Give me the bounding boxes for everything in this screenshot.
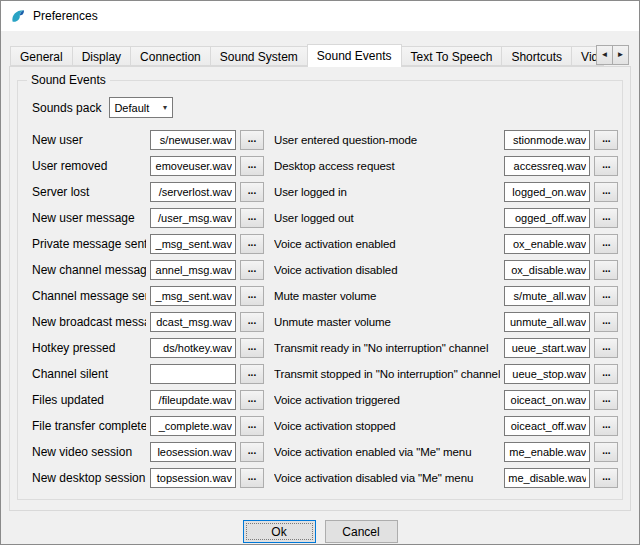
sound-file-input[interactable]: [150, 234, 236, 254]
tab-connection[interactable]: Connection: [130, 46, 211, 66]
browse-button[interactable]: ...: [594, 156, 618, 176]
sound-event-label: Mute master volume: [274, 290, 500, 302]
sound-file-input[interactable]: [150, 442, 236, 462]
sound-file-input[interactable]: [150, 130, 236, 150]
sound-event-row: User entered question-mode ...: [274, 127, 618, 153]
sound-file-input[interactable]: [150, 390, 236, 410]
browse-button[interactable]: ...: [240, 364, 264, 384]
browse-button[interactable]: ...: [240, 468, 264, 488]
sound-file-input[interactable]: [504, 364, 590, 384]
sound-event-row: New video session ...: [32, 439, 264, 465]
sound-file-input[interactable]: [150, 260, 236, 280]
sound-event-row: Desktop access request ...: [274, 153, 618, 179]
tab-shortcuts[interactable]: Shortcuts: [501, 46, 572, 66]
sound-event-label: User logged in: [274, 186, 500, 198]
browse-button[interactable]: ...: [240, 338, 264, 358]
sound-event-label: User logged out: [274, 212, 500, 224]
tab-sound-events[interactable]: Sound Events: [307, 44, 402, 67]
browse-button[interactable]: ...: [594, 260, 618, 280]
sounds-pack-dropdown[interactable]: Default ▾: [109, 97, 173, 118]
sound-file-input[interactable]: [504, 442, 590, 462]
tab-scroll-left-button[interactable]: ◄: [596, 45, 613, 65]
sound-file-input[interactable]: [504, 130, 590, 150]
tab-text-to-speech[interactable]: Text To Speech: [401, 46, 503, 66]
sound-event-label: Private message sent: [32, 237, 146, 251]
browse-button[interactable]: ...: [594, 312, 618, 332]
sound-event-label: Voice activation disabled: [274, 264, 500, 276]
sound-file-input[interactable]: [150, 468, 236, 488]
sound-file-input[interactable]: [150, 156, 236, 176]
sound-file-input[interactable]: [150, 338, 236, 358]
cancel-button[interactable]: Cancel: [325, 520, 398, 543]
sound-event-label: Transmit ready in "No interruption" chan…: [274, 342, 500, 354]
browse-button[interactable]: ...: [240, 390, 264, 410]
browse-button[interactable]: ...: [240, 130, 264, 150]
browse-button[interactable]: ...: [594, 364, 618, 384]
browse-button[interactable]: ...: [594, 208, 618, 228]
browse-button[interactable]: ...: [240, 260, 264, 280]
sound-events-columns: New user ... User removed ... Server los…: [32, 127, 614, 491]
sound-event-row: User removed ...: [32, 153, 264, 179]
sound-event-label: Hotkey pressed: [32, 341, 146, 355]
browse-button[interactable]: ...: [594, 338, 618, 358]
sound-file-input[interactable]: [150, 416, 236, 436]
sound-file-input[interactable]: [504, 156, 590, 176]
tab-display[interactable]: Display: [72, 46, 131, 66]
sounds-pack-label: Sounds pack: [32, 101, 101, 115]
browse-button[interactable]: ...: [240, 416, 264, 436]
browse-button[interactable]: ...: [240, 442, 264, 462]
app-logo-icon: [10, 8, 26, 24]
sound-event-label: New user: [32, 133, 146, 147]
sound-file-input[interactable]: [504, 234, 590, 254]
sound-file-input[interactable]: [150, 364, 236, 384]
sound-file-input[interactable]: [504, 390, 590, 410]
sound-event-row: File transfer complete ...: [32, 413, 264, 439]
browse-button[interactable]: ...: [240, 234, 264, 254]
browse-button[interactable]: ...: [594, 468, 618, 488]
tab-general[interactable]: General: [10, 46, 73, 66]
browse-button[interactable]: ...: [240, 312, 264, 332]
sound-file-input[interactable]: [504, 182, 590, 202]
browse-button[interactable]: ...: [594, 130, 618, 150]
sound-file-input[interactable]: [504, 338, 590, 358]
chevron-down-icon: ▾: [157, 103, 172, 112]
sound-event-row: Mute master volume ...: [274, 283, 618, 309]
sound-file-input[interactable]: [504, 416, 590, 436]
ok-button[interactable]: Ok: [243, 520, 316, 543]
sound-file-input[interactable]: [504, 468, 590, 488]
preferences-dialog: Preferences General Display Connection S…: [0, 0, 640, 545]
sound-event-label: Voice activation stopped: [274, 420, 500, 432]
browse-button[interactable]: ...: [240, 156, 264, 176]
sound-event-row: New channel message ...: [32, 257, 264, 283]
sound-file-input[interactable]: [150, 208, 236, 228]
tab-scroll-right-button[interactable]: ►: [612, 45, 629, 65]
sounds-pack-value: Default: [110, 102, 157, 114]
browse-button[interactable]: ...: [594, 416, 618, 436]
browse-button[interactable]: ...: [240, 182, 264, 202]
groupbox-title: Sound Events: [27, 73, 110, 87]
sound-file-input[interactable]: [504, 260, 590, 280]
sound-event-label: Desktop access request: [274, 160, 500, 172]
sound-event-row: Voice activation enabled via "Me" menu .…: [274, 439, 618, 465]
browse-button[interactable]: ...: [594, 390, 618, 410]
sound-file-input[interactable]: [504, 312, 590, 332]
browse-button[interactable]: ...: [240, 208, 264, 228]
sound-event-row: Server lost ...: [32, 179, 264, 205]
tab-sound-system[interactable]: Sound System: [210, 46, 308, 66]
sound-event-row: Unmute master volume ...: [274, 309, 618, 335]
window-title: Preferences: [33, 9, 98, 23]
tab-list: General Display Connection Sound System …: [10, 44, 604, 67]
browse-button[interactable]: ...: [240, 286, 264, 306]
sound-file-input[interactable]: [504, 286, 590, 306]
dialog-footer: Ok Cancel: [1, 511, 639, 543]
sound-file-input[interactable]: [150, 286, 236, 306]
sound-event-row: Private message sent ...: [32, 231, 264, 257]
browse-button[interactable]: ...: [594, 182, 618, 202]
sound-event-row: Transmit stopped in "No interruption" ch…: [274, 361, 618, 387]
sound-file-input[interactable]: [504, 208, 590, 228]
sound-file-input[interactable]: [150, 182, 236, 202]
browse-button[interactable]: ...: [594, 234, 618, 254]
browse-button[interactable]: ...: [594, 442, 618, 462]
browse-button[interactable]: ...: [594, 286, 618, 306]
sound-file-input[interactable]: [150, 312, 236, 332]
